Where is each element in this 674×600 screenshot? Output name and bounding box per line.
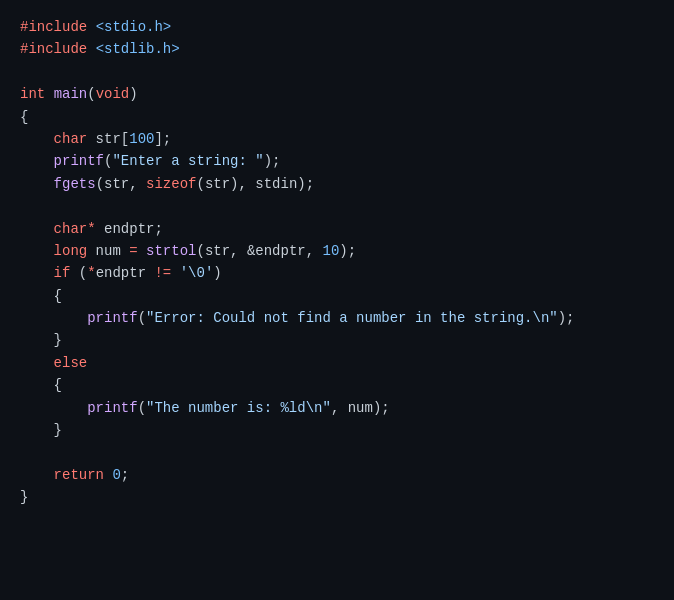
line-5: {: [20, 106, 654, 128]
line-6: char str[100];: [20, 128, 654, 150]
char-null: '\0': [180, 262, 214, 284]
keyword-include-1: #include: [20, 16, 87, 38]
code-editor: #include <stdio.h> #include <stdlib.h> i…: [20, 16, 654, 509]
line-2: #include <stdlib.h>: [20, 38, 654, 60]
line-14: printf("Error: Could not find a number i…: [20, 307, 654, 329]
blank-line-20: [20, 441, 654, 463]
fn-printf-2: printf: [87, 307, 137, 329]
number-0: 0: [112, 464, 120, 486]
blank-line-9: [20, 195, 654, 217]
number-10: 10: [323, 240, 340, 262]
var-num: num: [348, 397, 373, 419]
keyword-int-main: int: [20, 83, 45, 105]
line-11: long num = strtol(str, &endptr, 10);: [20, 240, 654, 262]
line-8: fgets(str, sizeof(str), stdin);: [20, 173, 654, 195]
keyword-include-2: #include: [20, 38, 87, 60]
fn-fgets: fgets: [54, 173, 96, 195]
line-18: printf("The number is: %ld\n", num);: [20, 397, 654, 419]
keyword-return: return: [54, 464, 104, 486]
fn-printf-1: printf: [54, 150, 104, 172]
header-stdlib: <stdlib.h>: [96, 38, 180, 60]
line-22: }: [20, 486, 654, 508]
line-4: int main(void): [20, 83, 654, 105]
line-16: else: [20, 352, 654, 374]
string-enter: "Enter a string: ": [112, 150, 263, 172]
line-7: printf("Enter a string: ");: [20, 150, 654, 172]
line-10: char* endptr;: [20, 218, 654, 240]
line-19: }: [20, 419, 654, 441]
var-stdin: stdin: [255, 173, 297, 195]
fn-strtol: strtol: [146, 240, 196, 262]
pointer-star: *: [87, 218, 95, 240]
keyword-char-str: char: [54, 128, 88, 150]
keyword-void: void: [96, 83, 130, 105]
line-17: {: [20, 374, 654, 396]
line-15: }: [20, 329, 654, 351]
blank-line-3: [20, 61, 654, 83]
line-13: {: [20, 285, 654, 307]
keyword-long: long: [54, 240, 88, 262]
line-1: #include <stdio.h>: [20, 16, 654, 38]
keyword-sizeof: sizeof: [146, 173, 196, 195]
header-stdio: <stdio.h>: [96, 16, 172, 38]
line-21: return 0;: [20, 464, 654, 486]
fn-printf-3: printf: [87, 397, 137, 419]
keyword-char-ptr: char: [54, 218, 88, 240]
line-12: if (*endptr != '\0'): [20, 262, 654, 284]
string-error: "Error: Could not find a number in the s…: [146, 307, 558, 329]
string-number: "The number is: %ld\n": [146, 397, 331, 419]
keyword-else: else: [54, 352, 88, 374]
fn-main: main: [54, 83, 88, 105]
number-100: 100: [129, 128, 154, 150]
deref-star: *: [87, 262, 95, 284]
keyword-if: if: [54, 262, 71, 284]
